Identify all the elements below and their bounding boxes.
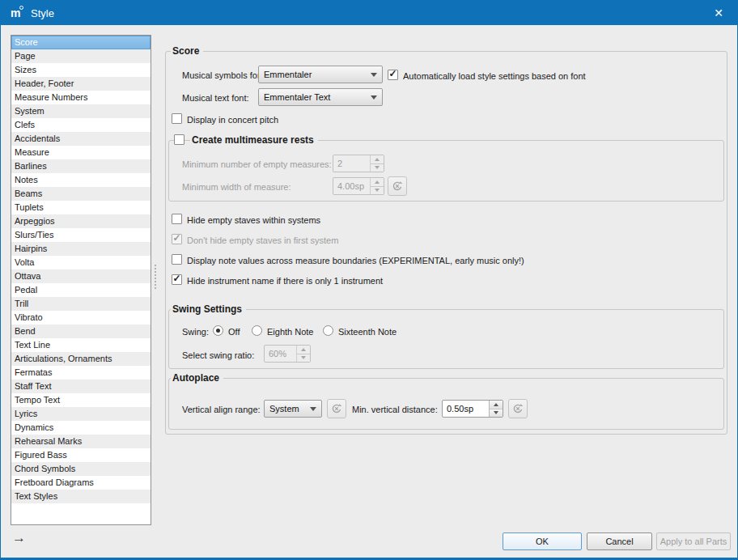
window-title: Style	[31, 7, 54, 19]
swing-sixteenth-label: Sixteenth Note	[338, 326, 397, 337]
sidebar-item-page[interactable]: Page	[11, 49, 151, 63]
spin-down-icon[interactable]	[490, 409, 503, 418]
sidebar-item-beams[interactable]: Beams	[11, 187, 151, 201]
style-category-list: ScorePageSizesHeader, FooterMeasure Numb…	[11, 35, 151, 525]
musical-symbols-font-label: Musical symbols font:	[182, 70, 267, 81]
check-icon: ✓	[172, 274, 180, 283]
sidebar-item-fermatas[interactable]: Fermatas	[11, 366, 151, 380]
musical-text-font-select[interactable]: Emmentaler Text	[258, 88, 383, 106]
spin-up-icon	[371, 178, 384, 187]
min-measure-width-value: 4.00sp	[333, 178, 370, 194]
next-page-icon[interactable]: →	[12, 528, 32, 548]
swing-label: Swing:	[182, 326, 209, 337]
sidebar-splitter-handle[interactable]	[155, 265, 157, 289]
hide-empty-staves-checkbox[interactable]: ✓	[172, 214, 182, 224]
sidebar-item-tempo-text[interactable]: Tempo Text	[11, 393, 151, 407]
sidebar-item-dynamics[interactable]: Dynamics	[11, 421, 151, 435]
note-values-across-measures-label: Display note values across measure bound…	[187, 255, 524, 266]
score-settings-panel: Score Musical symbols font: Emmentaler ✓…	[165, 40, 727, 438]
sidebar-item-articulations-ornaments[interactable]: Articulations, Ornaments	[11, 352, 151, 366]
musical-text-font-label: Musical text font:	[182, 92, 249, 104]
min-measure-width-spinner: 4.00sp	[333, 177, 384, 195]
swing-settings-title: Swing Settings	[171, 303, 246, 315]
sidebar-item-chord-symbols[interactable]: Chord Symbols	[11, 462, 151, 476]
musical-text-font-value: Emmentaler Text	[259, 92, 366, 102]
musescore-logo-ring	[19, 6, 23, 10]
min-empty-measures-label: Minimum number of empty measures:	[182, 159, 332, 170]
sidebar-item-slurs-ties[interactable]: Slurs/Ties	[11, 228, 151, 242]
titlebar[interactable]: m Style ✕	[1, 1, 737, 25]
swing-sixteenth-radio[interactable]	[323, 325, 333, 336]
sidebar-item-pedal[interactable]: Pedal	[11, 283, 151, 297]
spin-up-icon[interactable]	[490, 401, 503, 409]
reset-vertical-align-button	[327, 399, 346, 418]
spin-down-icon	[371, 187, 384, 195]
spin-down-icon	[371, 164, 384, 172]
reset-min-vertical-distance-button	[508, 399, 528, 418]
swing-eighth-radio[interactable]	[252, 325, 262, 336]
apply-to-all-parts-button: Apply to all Parts	[656, 532, 731, 550]
note-values-across-measures-checkbox[interactable]: ✓	[172, 254, 182, 265]
reset-icon	[512, 403, 524, 414]
sidebar-item-rehearsal-marks[interactable]: Rehearsal Marks	[11, 435, 151, 448]
sidebar-item-vibrato[interactable]: Vibrato	[11, 311, 151, 325]
sidebar-item-volta[interactable]: Volta	[11, 256, 151, 269]
swing-ratio-spinner: 60%	[264, 345, 311, 363]
chevron-down-icon	[366, 73, 382, 77]
close-icon[interactable]: ✕	[700, 1, 737, 25]
check-icon: ✓	[388, 70, 397, 78]
sidebar-item-lyrics[interactable]: Lyrics	[11, 407, 151, 421]
multimeasure-rests-checkbox[interactable]: ✓	[174, 134, 184, 145]
sidebar-item-measure[interactable]: Measure	[11, 146, 151, 159]
sidebar-item-header-footer[interactable]: Header, Footer	[11, 77, 151, 91]
sidebar-item-score[interactable]: Score	[11, 36, 151, 49]
min-measure-width-label: Minimum width of measure:	[182, 181, 291, 193]
auto-load-style-checkbox[interactable]: ✓	[388, 70, 398, 80]
reset-min-measure-width-button	[388, 176, 407, 196]
swing-off-radio[interactable]	[213, 325, 223, 336]
sidebar-item-fretboard-diagrams[interactable]: Fretboard Diagrams	[11, 476, 151, 490]
sidebar-item-barlines[interactable]: Barlines	[11, 159, 151, 173]
hide-empty-staves-label: Hide empty staves within systems	[187, 214, 320, 226]
hide-instrument-name-checkbox[interactable]: ✓	[172, 274, 182, 285]
min-vertical-distance-spinner[interactable]: 0.50sp	[442, 400, 503, 418]
musical-symbols-font-select[interactable]: Emmentaler	[258, 66, 383, 83]
concert-pitch-checkbox[interactable]: ✓	[172, 113, 182, 124]
min-empty-measures-spinner: 2	[333, 155, 384, 172]
sidebar-item-tuplets[interactable]: Tuplets	[11, 201, 151, 214]
musical-symbols-font-value: Emmentaler	[259, 70, 366, 79]
spin-down-icon	[297, 354, 310, 363]
sidebar-item-figured-bass[interactable]: Figured Bass	[11, 448, 151, 462]
spin-up-icon	[371, 155, 384, 164]
sidebar-item-sizes[interactable]: Sizes	[11, 63, 151, 77]
sidebar-item-trill[interactable]: Trill	[11, 297, 151, 311]
sidebar-item-arpeggios[interactable]: Arpeggios	[11, 214, 151, 228]
reset-icon	[331, 403, 342, 414]
radio-dot	[216, 329, 220, 333]
swing-off-label: Off	[228, 326, 240, 337]
style-dialog: m Style ✕ ScorePageSizesHeader, FooterMe…	[0, 0, 738, 560]
sidebar-item-text-styles[interactable]: Text Styles	[11, 490, 151, 503]
min-vertical-distance-label: Min. vertical distance:	[352, 404, 438, 415]
sidebar-item-staff-text[interactable]: Staff Text	[11, 380, 151, 393]
vertical-align-range-value: System	[265, 404, 305, 414]
swing-ratio-label: Select swing ratio:	[182, 350, 254, 361]
musescore-icon: m	[10, 6, 24, 20]
dont-hide-first-system-checkbox: ✓	[172, 234, 182, 244]
sidebar-item-notes[interactable]: Notes	[11, 173, 151, 187]
sidebar-item-hairpins[interactable]: Hairpins	[11, 242, 151, 256]
cancel-button[interactable]: Cancel	[587, 532, 652, 550]
auto-load-style-label: Automatically load style settings based …	[403, 70, 586, 82]
vertical-align-range-select[interactable]: System	[264, 400, 322, 418]
sidebar-item-accidentals[interactable]: Accidentals	[11, 132, 151, 146]
sidebar-item-measure-numbers[interactable]: Measure Numbers	[11, 91, 151, 104]
sidebar-item-system[interactable]: System	[11, 104, 151, 118]
score-group-title: Score	[171, 45, 203, 57]
sidebar-item-bend[interactable]: Bend	[11, 325, 151, 338]
sidebar-item-text-line[interactable]: Text Line	[11, 338, 151, 352]
ok-button[interactable]: OK	[503, 532, 582, 550]
vertical-align-range-label: Vertical align range:	[182, 404, 261, 415]
sidebar-item-ottava[interactable]: Ottava	[11, 269, 151, 283]
sidebar-item-clefs[interactable]: Clefs	[11, 118, 151, 132]
multimeasure-rests-title: Create multimeasure rests	[190, 134, 318, 146]
